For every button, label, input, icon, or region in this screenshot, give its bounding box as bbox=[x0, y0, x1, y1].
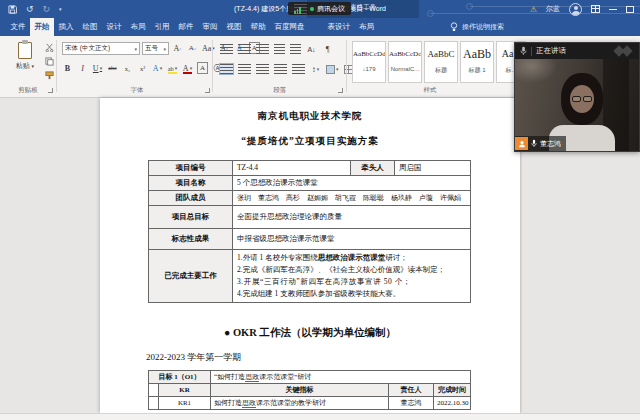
tab-review[interactable]: 审阅 bbox=[198, 18, 222, 36]
meeting-badge-label: 腾讯会议 bbox=[317, 4, 345, 14]
superscript-icon[interactable]: x² bbox=[137, 62, 148, 74]
tab-file[interactable]: 文件 bbox=[6, 18, 30, 36]
highlight-color-icon[interactable]: ab▾ bbox=[167, 62, 178, 74]
subscript-icon[interactable]: x₂ bbox=[122, 62, 133, 74]
field-value: 5 个思想政治课示范课堂 bbox=[233, 176, 471, 191]
qat-customize-icon[interactable]: ▾ bbox=[59, 6, 62, 12]
italic-icon[interactable]: I bbox=[77, 62, 88, 74]
work-item: 2.完成《新四军在高淳》、《社会主义核心价值观》读本制定； bbox=[237, 264, 466, 276]
style-item-heading[interactable]: AaBbC 标题 bbox=[424, 41, 458, 83]
restore-icon[interactable] bbox=[626, 6, 634, 13]
bold-icon[interactable]: B bbox=[62, 62, 73, 74]
avatar[interactable] bbox=[569, 3, 582, 16]
underline-icon[interactable]: U▾ bbox=[92, 62, 103, 74]
clipboard-dialog-launcher-icon[interactable] bbox=[48, 88, 53, 93]
text-effects-icon[interactable]: A▾ bbox=[152, 62, 163, 74]
account-name[interactable]: 尔蓝 bbox=[546, 4, 560, 14]
empty-cell bbox=[149, 384, 159, 397]
tab-layout[interactable]: 布局 bbox=[126, 18, 150, 36]
field-label: 团队成员 bbox=[149, 191, 233, 206]
paste-button[interactable]: 粘贴 ▾ bbox=[8, 42, 42, 88]
field-label: 项目名称 bbox=[149, 176, 233, 191]
decrease-indent-icon[interactable] bbox=[274, 44, 285, 54]
speaking-status: 正在讲话 bbox=[536, 46, 566, 56]
style-item[interactable]: AaBbCcDd ↓179 bbox=[352, 41, 386, 83]
ribbon-display-options-icon[interactable] bbox=[591, 5, 600, 13]
tab-home[interactable]: 开始 bbox=[30, 18, 54, 36]
tab-table-layout[interactable]: 布局 bbox=[355, 18, 379, 36]
warning-icon[interactable]: ⚠ bbox=[530, 5, 537, 14]
quick-access-toolbar: ↺ ↻ ▾ bbox=[8, 0, 62, 18]
divider bbox=[531, 47, 532, 56]
format-painter-icon[interactable] bbox=[44, 70, 55, 81]
redo-icon[interactable]: ↻ bbox=[43, 0, 51, 18]
font-dialog-launcher-icon[interactable] bbox=[205, 88, 210, 93]
align-center-icon[interactable] bbox=[256, 64, 269, 74]
field-label: 牵头人 bbox=[351, 161, 395, 176]
minimize-icon[interactable] bbox=[609, 9, 617, 10]
mic-icon bbox=[520, 46, 527, 56]
save-icon[interactable] bbox=[8, 5, 17, 14]
multilevel-list-icon[interactable] bbox=[256, 44, 269, 54]
strikethrough-icon[interactable]: abc bbox=[107, 62, 118, 74]
tab-design[interactable]: 设计 bbox=[102, 18, 126, 36]
signal-icon bbox=[294, 4, 307, 14]
character-shading-icon[interactable]: A bbox=[197, 62, 208, 74]
tab-insert[interactable]: 插入 bbox=[54, 18, 78, 36]
circuit-decor bbox=[466, 3, 473, 10]
field-value: 申报省级思想政治课示范课堂 bbox=[233, 229, 471, 250]
shading-icon[interactable]: ▾ bbox=[326, 63, 339, 75]
table-row: 已完成主要工作 1.外请 1 名校外专家围绕思想政治课示范课堂研讨； 2.完成《… bbox=[149, 250, 471, 303]
tab-help[interactable]: 帮助 bbox=[246, 18, 270, 36]
line-spacing-icon[interactable]: ↕▾ bbox=[310, 63, 321, 75]
font-size-combo[interactable]: 五号▾ bbox=[142, 42, 169, 55]
tencent-meeting-badge[interactable]: 腾讯会议 bbox=[288, 2, 351, 15]
column-header: 完成时间 bbox=[434, 384, 471, 397]
tell-me-search[interactable]: 操作说明搜索 bbox=[450, 18, 504, 36]
document-page[interactable]: 南京机电职业技术学院 “提质培优”立项项目实施方案 项目编号 TZ-4.4 牵头… bbox=[100, 98, 520, 413]
align-right-icon[interactable] bbox=[274, 64, 287, 74]
tab-baidu-netdisk[interactable]: 百度网盘 bbox=[270, 18, 309, 36]
empty-cell bbox=[149, 397, 159, 410]
table-row: 项目名称 5 个思想政治课示范课堂 bbox=[149, 176, 471, 191]
host-badge-icon bbox=[515, 137, 528, 150]
tab-table-design[interactable]: 表设计 bbox=[323, 18, 355, 36]
font-name-combo[interactable]: 宋体 (中文正文)▾ bbox=[62, 42, 140, 55]
tab-mailings[interactable]: 邮件 bbox=[174, 18, 198, 36]
sort-icon[interactable]: A↓ bbox=[306, 43, 317, 55]
align-left-icon[interactable] bbox=[238, 64, 251, 74]
cut-icon[interactable] bbox=[44, 42, 55, 53]
font-color-icon[interactable]: A▾ bbox=[182, 62, 193, 74]
shrink-font-icon[interactable]: A˅ bbox=[187, 42, 198, 54]
titlebar-right: ⚠ 尔蓝 bbox=[530, 0, 634, 18]
style-item[interactable]: AaBbCcDc NormalC... bbox=[388, 41, 422, 83]
meeting-video-panel[interactable]: 正在讲话 董志鸿 bbox=[514, 42, 640, 152]
style-item-heading1[interactable]: AaBb 标题 1 bbox=[460, 41, 494, 83]
completed-work-list: 1.外请 1 名校外专家围绕思想政治课示范课堂研讨； 2.完成《新四军在高淳》、… bbox=[233, 250, 471, 303]
distribute-icon[interactable] bbox=[292, 64, 305, 74]
undo-icon[interactable]: ↺ bbox=[26, 0, 34, 18]
webcam-video: 董志鸿 bbox=[515, 59, 639, 151]
ribbon-tab-row: 文件 开始 插入 绘图 设计 布局 引用 邮件 审阅 视图 帮助 百度网盘 表设… bbox=[0, 18, 640, 36]
tab-draw[interactable]: 绘图 bbox=[78, 18, 102, 36]
field-label: 标志性成果 bbox=[149, 229, 233, 250]
grow-font-icon[interactable]: A˄ bbox=[172, 42, 183, 54]
project-info-table: 项目编号 TZ-4.4 牵头人 周启国 项目名称 5 个思想政治课示范课堂 团队… bbox=[148, 160, 471, 303]
increase-indent-icon[interactable] bbox=[290, 44, 301, 54]
participant-glasses bbox=[572, 96, 592, 102]
status-bar[interactable] bbox=[0, 413, 640, 420]
paragraph-dialog-launcher-icon[interactable] bbox=[338, 88, 343, 93]
show-marks-icon[interactable]: ¶ bbox=[322, 43, 333, 55]
numbering-icon[interactable] bbox=[238, 44, 251, 54]
tab-view[interactable]: 视图 bbox=[222, 18, 246, 36]
tab-references[interactable]: 引用 bbox=[150, 18, 174, 36]
table-row: KR1 如何打造思政课示范课堂的教学研讨 董志鸿 2022.10.30 bbox=[149, 397, 471, 410]
meeting-panel-header: 正在讲话 bbox=[515, 43, 639, 59]
font-group-label: 字体 bbox=[62, 86, 212, 95]
align-justify-icon[interactable] bbox=[220, 64, 233, 74]
copy-icon[interactable] bbox=[44, 56, 55, 67]
clipboard-group-label: 剪贴板 bbox=[6, 86, 50, 95]
column-header: KR bbox=[159, 384, 211, 397]
bullets-icon[interactable] bbox=[220, 44, 233, 54]
clipboard-small-buttons bbox=[44, 42, 55, 81]
